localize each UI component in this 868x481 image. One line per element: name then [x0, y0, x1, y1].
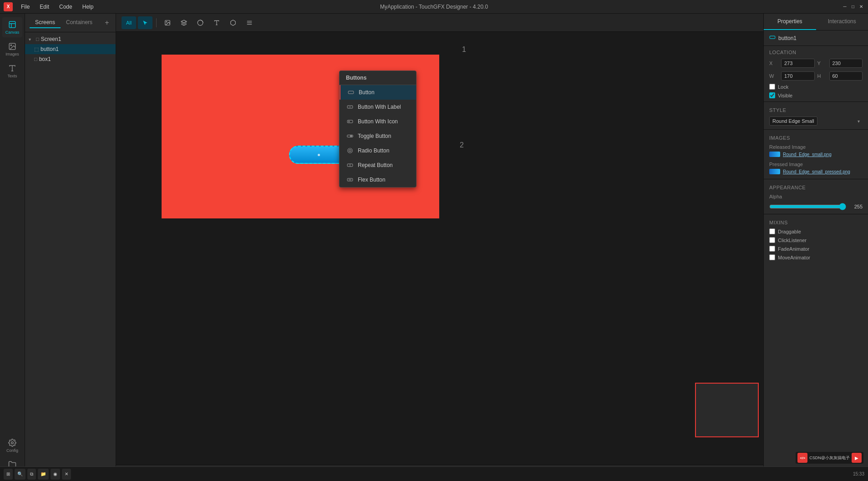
- style-select-wrapper: Round Edge Small: [769, 116, 863, 126]
- toolbar-shapes-btn[interactable]: [193, 16, 208, 29]
- released-image-filename[interactable]: Round_Edge_small.png: [783, 152, 832, 157]
- dropdown-item-repeat[interactable]: Repeat Button: [340, 158, 416, 172]
- canvas-label: Canvas: [5, 30, 20, 35]
- h-input[interactable]: [829, 71, 863, 81]
- minimize-button[interactable]: ─: [842, 4, 848, 10]
- fade-animator-checkbox[interactable]: [769, 246, 775, 252]
- app-title: MyApplication - TouchGFX Designer - 4.20…: [380, 4, 488, 10]
- tab-interactions[interactable]: Interactions: [816, 14, 868, 30]
- toolbar-all-btn[interactable]: All: [122, 16, 136, 29]
- dropdown-item-toggle[interactable]: Toggle Button: [340, 129, 416, 143]
- lock-label: Lock: [778, 84, 788, 90]
- dropdown-item-radio[interactable]: Radio Button: [340, 143, 416, 158]
- add-screen-button[interactable]: +: [103, 19, 111, 27]
- tab-properties[interactable]: Properties: [764, 14, 816, 30]
- divider-2: [764, 129, 868, 130]
- svg-point-7: [11, 441, 14, 444]
- radio-icon: [346, 147, 354, 155]
- menu-file[interactable]: File: [16, 2, 34, 12]
- lock-row: Lock: [764, 82, 868, 91]
- taskbar-start-btn[interactable]: ⊞: [4, 469, 13, 480]
- button-icon: ⬚: [34, 46, 39, 52]
- pressed-image-value-row: Round_Edge_small_pressed.png: [764, 168, 868, 177]
- menu-code[interactable]: Code: [55, 2, 77, 12]
- toolbar-3d-btn[interactable]: [226, 16, 240, 29]
- visible-checkbox[interactable]: [769, 92, 775, 98]
- box1-label: box1: [39, 56, 112, 62]
- taskbar-search-btn[interactable]: 🔍: [15, 469, 25, 480]
- pressed-image-filename[interactable]: Round_Edge_small_pressed.png: [783, 169, 850, 174]
- tree-item-box1[interactable]: □ box1: [25, 54, 116, 64]
- released-image-row: Released Image: [764, 142, 868, 151]
- toolbar-image-btn[interactable]: [160, 16, 175, 29]
- alpha-value: 255: [850, 204, 863, 209]
- draggable-checkbox[interactable]: [769, 228, 775, 234]
- screens-panel: Screens Containers + ▾ □ Screen1 ▶ ⬚ but…: [25, 14, 116, 481]
- icon-sidebar: Canvas Images Texts C: [0, 14, 25, 481]
- alpha-label-row: Alpha: [764, 192, 868, 201]
- menu-bar: File Edit Code Help: [16, 2, 98, 12]
- toolbar-cursor-btn[interactable]: [138, 16, 152, 29]
- sidebar-item-canvas[interactable]: Canvas: [2, 17, 22, 37]
- tab-containers[interactable]: Containers: [61, 17, 98, 28]
- right-panel-header: Properties Interactions: [764, 14, 868, 30]
- toolbar-text-btn[interactable]: [209, 16, 224, 29]
- svg-rect-0: [9, 21, 15, 28]
- y-input[interactable]: [829, 59, 863, 68]
- tab-screens[interactable]: Screens: [30, 17, 61, 28]
- style-select[interactable]: Round Edge Small: [769, 116, 817, 126]
- taskbar-left: ⊞ 🔍 ⧉ 📁 ◉ ✕: [4, 469, 71, 480]
- sidebar-item-config[interactable]: Config: [2, 435, 22, 456]
- dropdown-menu: Buttons Button Button With Label: [339, 71, 416, 187]
- move-animator-row: MoveAnimator: [764, 253, 868, 262]
- taskbar-task-view-btn[interactable]: ⧉: [27, 469, 36, 480]
- screens-header: Screens Containers +: [25, 14, 116, 32]
- dropdown-item-flex[interactable]: Flex Button: [340, 172, 416, 187]
- toggle-icon: [346, 132, 354, 140]
- close-button[interactable]: ✕: [858, 4, 864, 10]
- svg-rect-17: [348, 91, 354, 94]
- tree-item-button1[interactable]: ⬚ button1: [25, 44, 116, 54]
- csdn-widget: </> CSDN@小灰灰搞电子 ▶: [796, 452, 863, 464]
- appearance-section-label: Appearance: [764, 181, 868, 192]
- dropdown-repeat-label: Repeat Button: [358, 162, 393, 168]
- lock-checkbox[interactable]: [769, 84, 775, 90]
- csdn-code-icon: </>: [797, 453, 807, 463]
- tree-item-screen1[interactable]: ▾ □ Screen1 ▶: [25, 34, 116, 44]
- toolbar-layers-btn[interactable]: [177, 16, 191, 29]
- maximize-button[interactable]: □: [850, 4, 856, 10]
- svg-point-24: [348, 148, 353, 153]
- divider-3: [764, 179, 868, 179]
- click-listener-label: ClickListener: [778, 238, 807, 243]
- csdn-label: CSDN@小灰灰搞电子: [809, 455, 850, 461]
- dropdown-item-button-label[interactable]: Button With Label: [340, 100, 416, 114]
- taskbar-app-btn[interactable]: ✕: [62, 469, 71, 480]
- screens-tree: ▾ □ Screen1 ▶ ⬚ button1 □ box1: [25, 32, 116, 481]
- svg-point-25: [349, 150, 351, 152]
- move-animator-checkbox[interactable]: [769, 254, 775, 260]
- sidebar-item-texts[interactable]: Texts: [2, 61, 22, 81]
- released-image-value-row: Round_Edge_small.png: [764, 151, 868, 160]
- taskbar-explorer-btn[interactable]: 📁: [38, 469, 49, 480]
- menu-edit[interactable]: Edit: [35, 2, 54, 12]
- mixins-section-label: Mixins: [764, 216, 868, 227]
- click-listener-checkbox[interactable]: [769, 237, 775, 243]
- x-input[interactable]: [781, 59, 815, 68]
- dropdown-radio-label: Radio Button: [358, 147, 389, 154]
- right-panel: Properties Interactions button1 Location…: [763, 14, 868, 481]
- dropdown-item-button-icon[interactable]: Button With Icon: [340, 114, 416, 129]
- sidebar-item-images[interactable]: Images: [2, 39, 22, 59]
- images-section-label: Images: [764, 132, 868, 142]
- canvas-content[interactable]: 1 2 3 Buttons Button Button With: [116, 32, 763, 465]
- divider-1: [764, 101, 868, 102]
- button-icon: [347, 88, 355, 96]
- toolbar-more-btn[interactable]: [242, 16, 257, 29]
- element-name-label: button1: [778, 35, 797, 41]
- location-wh-row: W H: [764, 70, 868, 82]
- csdn-play-button[interactable]: ▶: [852, 453, 862, 463]
- w-input[interactable]: [781, 71, 815, 81]
- menu-help[interactable]: Help: [78, 2, 98, 12]
- alpha-slider[interactable]: [769, 203, 846, 210]
- dropdown-item-button[interactable]: Button: [340, 85, 416, 100]
- taskbar-chrome-btn[interactable]: ◉: [51, 469, 60, 480]
